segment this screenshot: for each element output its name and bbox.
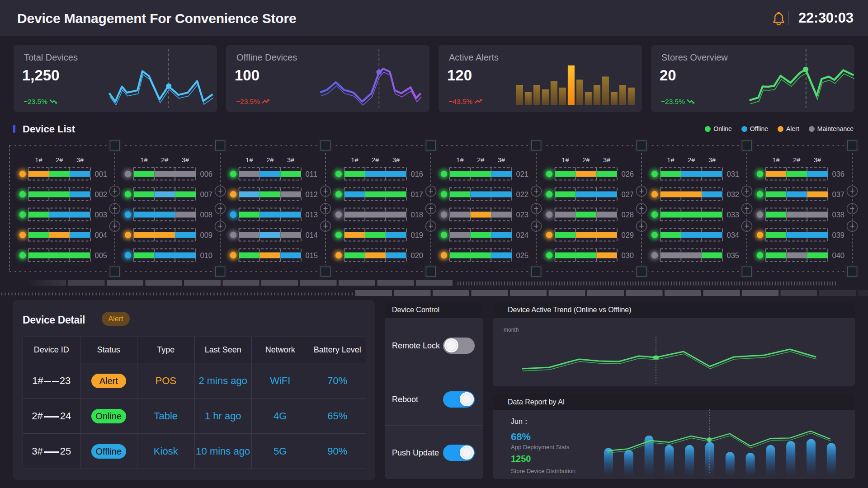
svg-text:3#: 3#: [287, 156, 294, 164]
svg-text:1#: 1#: [772, 156, 779, 164]
svg-text:020: 020: [411, 251, 424, 259]
svg-text:039: 039: [832, 231, 845, 239]
svg-text:2#: 2#: [161, 156, 168, 164]
svg-text:2#: 2#: [582, 156, 590, 164]
svg-text:018: 018: [411, 211, 424, 219]
svg-text:034: 034: [727, 231, 740, 239]
svg-text:010: 010: [200, 251, 213, 259]
svg-text:1#: 1#: [351, 156, 358, 164]
svg-text:3#: 3#: [76, 156, 84, 164]
svg-text:017: 017: [411, 190, 424, 198]
svg-text:016: 016: [411, 170, 424, 178]
svg-text:2#: 2#: [477, 156, 484, 164]
svg-text:015: 015: [306, 251, 318, 259]
svg-text:026: 026: [622, 170, 634, 178]
svg-text:035: 035: [727, 251, 740, 259]
svg-text:031: 031: [727, 170, 740, 178]
svg-text:1#: 1#: [456, 156, 463, 164]
svg-text:3#: 3#: [603, 156, 610, 164]
svg-text:023: 023: [516, 211, 529, 219]
svg-text:1#: 1#: [667, 156, 674, 164]
svg-text:006: 006: [200, 170, 213, 178]
svg-text:2#: 2#: [372, 156, 379, 164]
svg-text:019: 019: [411, 231, 424, 239]
svg-text:005: 005: [95, 251, 108, 259]
svg-text:2#: 2#: [56, 156, 63, 164]
svg-text:028: 028: [622, 211, 634, 219]
svg-text:2#: 2#: [793, 156, 800, 164]
svg-text:003: 003: [95, 211, 108, 219]
svg-text:1#: 1#: [561, 156, 569, 164]
svg-text:038: 038: [832, 211, 845, 219]
svg-text:3#: 3#: [814, 156, 821, 164]
svg-text:033: 033: [727, 211, 740, 219]
svg-text:3#: 3#: [392, 156, 400, 164]
svg-text:2#: 2#: [266, 156, 274, 164]
svg-text:3#: 3#: [708, 156, 716, 164]
svg-text:040: 040: [832, 251, 845, 259]
svg-text:3#: 3#: [498, 156, 505, 164]
svg-text:012: 012: [306, 190, 318, 198]
svg-text:007: 007: [200, 190, 213, 198]
svg-text:3#: 3#: [182, 156, 189, 164]
svg-text:036: 036: [832, 170, 845, 178]
svg-text:2#: 2#: [688, 156, 695, 164]
svg-text:030: 030: [622, 251, 634, 259]
svg-text:037: 037: [832, 190, 845, 198]
svg-text:002: 002: [95, 190, 108, 198]
svg-text:008: 008: [200, 211, 213, 219]
svg-text:032: 032: [727, 190, 740, 198]
svg-text:004: 004: [95, 231, 108, 239]
svg-text:025: 025: [516, 251, 529, 259]
svg-text:009: 009: [200, 231, 213, 239]
svg-text:013: 013: [306, 211, 318, 219]
svg-text:011: 011: [306, 170, 317, 178]
svg-text:029: 029: [622, 231, 634, 239]
svg-text:024: 024: [516, 231, 529, 239]
svg-text:1#: 1#: [35, 156, 42, 164]
svg-text:1#: 1#: [245, 156, 253, 164]
svg-text:014: 014: [306, 231, 318, 239]
svg-text:027: 027: [622, 190, 634, 198]
svg-text:001: 001: [95, 170, 108, 178]
svg-text:1#: 1#: [140, 156, 147, 164]
svg-text:022: 022: [516, 190, 529, 198]
svg-text:021: 021: [516, 170, 529, 178]
